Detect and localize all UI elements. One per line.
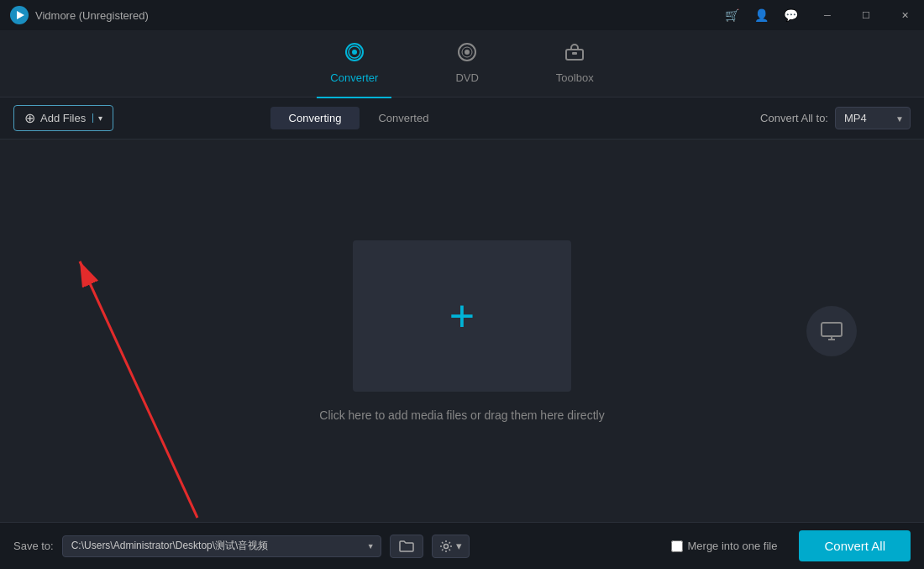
converter-tab-label: Converter [330,71,378,84]
window-controls: ─ ☐ ✕ [808,0,924,30]
svg-line-11 [80,261,197,518]
titlebar: Vidmore (Unregistered) 🛒 👤 💬 ─ ☐ ✕ [0,0,924,30]
chat-icon[interactable]: 💬 [784,8,798,22]
save-path-wrapper: ▼ [62,535,381,557]
minimize-icon[interactable]: ─ [808,0,847,30]
navbar: Converter DVD Toolbox [0,30,924,97]
close-icon[interactable]: ✕ [885,0,924,30]
svg-point-2 [352,50,357,55]
merge-checkbox[interactable] [671,540,683,552]
folder-button[interactable] [390,535,423,558]
dvd-tab-label: DVD [455,71,478,84]
svg-point-12 [444,544,448,548]
convert-all-button[interactable]: Convert All [799,530,911,561]
app-logo [10,6,29,24]
svg-rect-8 [572,52,577,55]
dvd-icon [456,43,478,66]
main-content: + Click here to add media files or drag … [0,140,924,522]
tab-toolbox[interactable]: Toolbox [543,36,607,91]
drop-hint: Click here to add media files or drag th… [319,408,604,422]
tab-dvd[interactable]: DVD [442,36,491,91]
add-files-button[interactable]: ⊕ Add Files ▾ [13,105,113,131]
cart-icon[interactable]: 🛒 [725,8,739,22]
drop-zone[interactable]: + [353,240,571,392]
drop-zone-plus-icon: + [449,294,475,338]
add-files-dropdown-icon[interactable]: ▾ [92,113,102,123]
toolbox-tab-label: Toolbox [556,71,594,84]
merge-label: Merge into one file [688,540,778,552]
save-path-input[interactable] [62,535,381,557]
user-icon[interactable]: 👤 [754,8,769,22]
save-to-label: Save to: [13,540,54,552]
settings-dropdown-icon: ▾ [456,540,462,552]
format-select-wrapper: MP4 MKV AVI MOV WMV [835,107,911,129]
settings-button[interactable]: ▾ [432,535,470,558]
convert-all-to-section: Convert All to: MP4 MKV AVI MOV WMV [760,107,911,129]
merge-checkbox-group: Merge into one file [671,540,778,552]
title-action-icons: 🛒 👤 💬 [725,8,798,22]
toolbar: ⊕ Add Files ▾ Converting Converted Conve… [0,97,924,140]
tab-converter[interactable]: Converter [317,36,391,91]
svg-point-5 [465,50,470,55]
arrow-annotation [0,249,235,535]
format-select[interactable]: MP4 MKV AVI MOV WMV [835,107,911,129]
app-title: Vidmore (Unregistered) [35,9,149,22]
maximize-icon[interactable]: ☐ [847,0,885,30]
bottombar: Save to: ▼ ▾ Merge into one file Convert… [0,522,924,569]
convert-all-to-label: Convert All to: [760,112,828,124]
sub-tab-converting[interactable]: Converting [270,107,360,129]
monitor-icon [806,306,857,356]
sub-tab-converted[interactable]: Converted [360,107,447,129]
add-files-label: Add Files [40,112,86,124]
svg-rect-9 [822,323,842,336]
add-files-plus-icon: ⊕ [24,110,35,126]
converter-icon [344,43,365,66]
sub-tab-group: Converting Converted [270,107,448,129]
toolbox-icon [564,43,585,66]
